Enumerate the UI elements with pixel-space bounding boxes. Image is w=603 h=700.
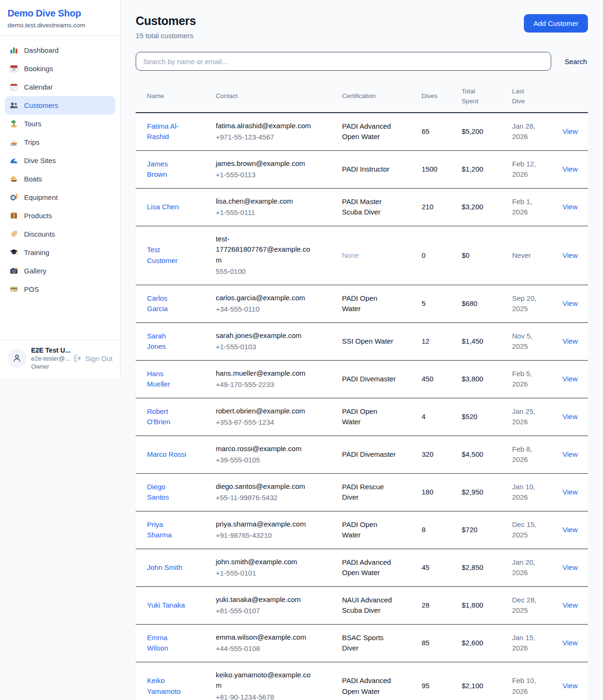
view-customer-link[interactable]: View	[562, 164, 577, 175]
customer-phone: +34-555-0110	[216, 304, 338, 315]
customer-email: sarah.jones@example.com	[216, 330, 316, 341]
svg-text:17: 17	[12, 68, 16, 71]
customer-last-dive: Feb 1, 2026	[512, 197, 539, 218]
main-content: Customers 15 total customers Add Custome…	[121, 0, 603, 700]
sidebar-item-trips[interactable]: Trips	[5, 133, 115, 151]
view-customer-link[interactable]: View	[562, 449, 577, 460]
sidebar-item-pos[interactable]: POS	[5, 280, 115, 298]
customer-name-link[interactable]: Carlos Garcia	[147, 293, 187, 314]
customer-name-link[interactable]: Fatima Al-Rashid	[147, 121, 187, 142]
view-customer-link[interactable]: View	[562, 487, 577, 498]
boats-icon	[9, 174, 18, 183]
customer-last-dive: Nov 5, 2025	[512, 331, 539, 352]
column-header-contact: Contact	[216, 81, 342, 113]
customer-name-link[interactable]: Robert O'Brien	[147, 406, 187, 428]
sidebar-item-tours[interactable]: Tours	[5, 115, 115, 133]
sidebar-item-equipment[interactable]: Equipment	[5, 188, 115, 206]
view-customer-link[interactable]: View	[562, 412, 577, 422]
user-meta: E2E Test U... e2e-tester@... Owner	[31, 346, 69, 370]
add-customer-button[interactable]: Add Customer	[524, 14, 588, 33]
customer-phone: +81-90-1234-5678	[216, 692, 338, 700]
table-row: Robert O'Brien robert.obrien@example.com…	[136, 398, 588, 436]
customer-email: lisa.chen@example.com	[216, 196, 316, 207]
customer-dives: 65	[422, 126, 458, 137]
customer-name-link[interactable]: Keiko Yamamoto	[147, 675, 187, 697]
customer-name-link[interactable]: Lisa Chen	[147, 202, 187, 213]
view-customer-link[interactable]: View	[562, 681, 577, 692]
column-header-name: Name	[136, 81, 216, 113]
customer-name-link[interactable]: Priya Sharma	[147, 519, 187, 541]
column-header-last-dive: Last Dive	[512, 81, 562, 113]
customer-dives: 450	[422, 374, 458, 385]
customer-phone: +1-555-0101	[216, 568, 338, 579]
sidebar-item-bookings[interactable]: 17Bookings	[5, 59, 115, 78]
customer-phone: 555-0100	[216, 266, 338, 277]
sidebar-header: Demo Dive Shop demo.test.divestreams.com	[0, 0, 120, 35]
customer-name-link[interactable]: Hans Mueller	[147, 369, 187, 390]
page-header: Customers 15 total customers Add Custome…	[136, 14, 588, 40]
sidebar-item-calendar[interactable]: Calendar	[5, 78, 115, 96]
customer-dives: 1500	[422, 164, 458, 175]
view-customer-link[interactable]: View	[562, 250, 577, 261]
view-customer-link[interactable]: View	[562, 374, 577, 385]
customer-name-link[interactable]: Test Customer	[147, 245, 187, 266]
bookings-icon: 17	[9, 64, 18, 73]
user-role: Owner	[31, 363, 69, 370]
customer-name-link[interactable]: Sarah Jones	[147, 331, 187, 352]
column-header-actions	[562, 81, 588, 113]
customer-dives: 95	[422, 681, 458, 692]
customer-total-spent: $1,200	[462, 164, 508, 175]
customer-phone: +44-555-0108	[216, 643, 338, 654]
customer-name-link[interactable]: Emma Wilson	[147, 633, 187, 654]
customer-certification: PADI Divemaster	[342, 449, 396, 460]
customer-name-link[interactable]: Marco Rossi	[147, 449, 187, 460]
view-customer-link[interactable]: View	[562, 336, 577, 347]
view-customer-link[interactable]: View	[562, 600, 577, 611]
sidebar-item-label: Training	[24, 248, 49, 256]
sidebar-item-discounts[interactable]: Discounts	[5, 225, 115, 243]
sign-out-button[interactable]: Sign Out	[73, 354, 113, 362]
customer-phone: +81-555-0107	[216, 606, 338, 617]
search-button[interactable]: Search	[563, 55, 588, 68]
sidebar-item-label: Calendar	[24, 83, 53, 91]
sidebar-item-customers[interactable]: Customers	[5, 96, 115, 115]
customer-name-link[interactable]: John Smith	[147, 562, 187, 573]
customer-email: fatima.alrashid@example.com	[216, 121, 316, 132]
sidebar-item-label: Products	[24, 212, 52, 220]
customer-email: keiko.yamamoto@example.com	[216, 670, 316, 691]
sidebar-item-label: Boats	[24, 175, 42, 183]
table-row: John Smith john.smith@example.com +1-555…	[136, 549, 588, 586]
view-customer-link[interactable]: View	[562, 126, 577, 137]
search-input[interactable]	[136, 52, 551, 71]
customer-name-link[interactable]: Diego Santos	[147, 482, 187, 503]
customer-name-link[interactable]: Yuki Tanaka	[147, 600, 187, 611]
sidebar-item-dive-sites[interactable]: Dive Sites	[5, 151, 115, 170]
sidebar-item-label: Dive Sites	[24, 156, 56, 165]
customer-phone: +1-555-0113	[216, 170, 338, 181]
view-customer-link[interactable]: View	[562, 638, 577, 649]
sidebar-item-training[interactable]: Training	[5, 243, 115, 262]
customer-certification: None	[342, 250, 396, 261]
customer-total-spent: $2,850	[462, 562, 508, 573]
customer-total-spent: $4,500	[462, 449, 508, 460]
customer-last-dive: Jan 10, 2026	[512, 482, 539, 503]
sidebar-item-dashboard[interactable]: Dashboard	[5, 41, 115, 59]
sidebar-item-products[interactable]: Products	[5, 206, 115, 225]
table-row: Sarah Jones sarah.jones@example.com +1-5…	[136, 322, 588, 360]
customer-dives: 180	[422, 487, 458, 498]
view-customer-link[interactable]: View	[562, 298, 577, 309]
customer-certification: PADI Open Water	[342, 293, 396, 314]
sidebar-item-gallery[interactable]: Gallery	[5, 262, 115, 280]
view-customer-link[interactable]: View	[562, 562, 577, 573]
customer-total-spent: $0	[462, 250, 508, 261]
customer-phone: +49-170-555-2233	[216, 379, 338, 390]
table-row: Priya Sharma priya.sharma@example.com +9…	[136, 511, 588, 549]
customer-total-spent: $2,950	[462, 487, 508, 498]
customers-table: NameContactCertificationDivesTotal Spent…	[136, 81, 588, 700]
customer-total-spent: $3,200	[462, 202, 508, 213]
view-customer-link[interactable]: View	[562, 202, 577, 213]
customer-name-link[interactable]: James Brown	[147, 159, 187, 180]
sidebar-item-boats[interactable]: Boats	[5, 170, 115, 188]
view-customer-link[interactable]: View	[562, 525, 577, 535]
column-header-total-spent: Total Spent	[462, 81, 512, 113]
